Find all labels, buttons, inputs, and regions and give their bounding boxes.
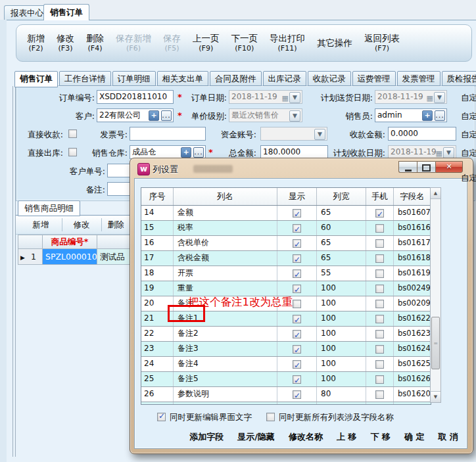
- mobile-checkbox[interactable]: [375, 375, 384, 384]
- mobile-checkbox[interactable]: [375, 390, 384, 399]
- dialog-button-3[interactable]: 上 移: [337, 431, 357, 443]
- chevron-down-icon[interactable]: ▼: [434, 92, 445, 103]
- mobile-checkbox[interactable]: [375, 209, 384, 218]
- splitter-line[interactable]: [15, 86, 16, 457]
- scroll-down-button[interactable]: ▼: [431, 391, 440, 402]
- toolbar-button-5[interactable]: 上一页(F9): [190, 32, 222, 55]
- row-selector-cell[interactable]: ▶ 1: [18, 248, 43, 265]
- window-tab-sales-order[interactable]: 销售订单: [43, 4, 89, 20]
- column-row[interactable]: 25 备注5 100 bs01626: [141, 372, 431, 387]
- dialog-button-2[interactable]: 修改名称: [289, 431, 323, 443]
- maximize-button[interactable]: [417, 161, 435, 173]
- column-row[interactable]: 16 含税单价 65 bs01617: [141, 236, 431, 251]
- receipt-amount-input[interactable]: 0.0000: [388, 127, 456, 141]
- order-no-input[interactable]: XSDD201811010: [97, 90, 174, 104]
- mobile-checkbox[interactable]: [375, 239, 384, 248]
- form-tab-1[interactable]: 工作台详情: [59, 71, 111, 86]
- mobile-checkbox[interactable]: [375, 330, 384, 338]
- show-checkbox[interactable]: [293, 330, 301, 338]
- toolbar-button-2[interactable]: 删除(F4): [83, 32, 107, 55]
- show-checkbox[interactable]: [293, 345, 301, 354]
- column-header-2[interactable]: 显示: [277, 188, 317, 205]
- splitter-line[interactable]: [12, 86, 13, 457]
- fund-account-select[interactable]: ▼: [260, 127, 327, 141]
- form-tab-7[interactable]: 运费管理: [352, 71, 396, 86]
- toolbar-button-4[interactable]: 保存(F5): [160, 32, 183, 55]
- mobile-checkbox[interactable]: [375, 269, 384, 278]
- add-warehouse-button[interactable]: +: [181, 147, 191, 158]
- column-row[interactable]: 18 开票 55 bs01619: [141, 266, 431, 281]
- direct-outbound-checkbox[interactable]: [68, 148, 77, 156]
- add-salesman-button[interactable]: +: [422, 110, 433, 121]
- show-checkbox[interactable]: [293, 254, 301, 263]
- show-checkbox[interactable]: [293, 360, 301, 369]
- column-row[interactable]: 22 备注2 100 bs01623: [141, 327, 431, 342]
- column-row[interactable]: 15 税率 60 bs01616: [141, 221, 431, 236]
- chevron-down-icon[interactable]: ▼: [289, 92, 300, 103]
- mobile-checkbox[interactable]: [375, 315, 384, 323]
- show-checkbox[interactable]: [293, 209, 301, 218]
- column-header-5[interactable]: 字段名: [394, 188, 431, 205]
- plan-delivery-date-input[interactable]: 2018-11-19 ▦ ▼: [375, 90, 447, 104]
- toolbar-button-9[interactable]: 返回列表(F7): [362, 32, 402, 55]
- update-all-lists-checkbox[interactable]: [266, 413, 275, 421]
- salesman-input[interactable]: admin + ...: [375, 108, 447, 122]
- form-tab-2[interactable]: 订单明细: [112, 71, 156, 86]
- vertical-scrollbar[interactable]: ▲ ≡ ▼: [430, 187, 441, 403]
- show-checkbox[interactable]: [293, 285, 301, 293]
- chevron-down-icon[interactable]: ▼: [443, 147, 454, 158]
- plan-receipt-date-input[interactable]: 2018-11-19 ▦ ▼: [388, 145, 456, 159]
- tab-sales-product-detail[interactable]: 销售商品明细: [18, 200, 80, 216]
- form-tab-5[interactable]: 出库记录: [263, 71, 306, 86]
- mobile-checkbox[interactable]: [375, 300, 384, 308]
- total-amount-input[interactable]: 180.0000: [260, 145, 328, 159]
- detail-add-button[interactable]: 新增: [24, 218, 58, 231]
- customer-input[interactable]: 22有限公司 + ...: [97, 108, 174, 122]
- browse-salesman-button[interactable]: ...: [435, 110, 445, 121]
- column-header-1[interactable]: 列名: [174, 188, 277, 205]
- column-row[interactable]: 17 含税金额 65 bs01618: [141, 251, 431, 266]
- mobile-checkbox[interactable]: [375, 285, 384, 293]
- show-checkbox[interactable]: [293, 315, 301, 323]
- dialog-button-1[interactable]: 显示/隐藏: [237, 431, 275, 443]
- column-row[interactable]: 24 备注4 100 bs01625: [141, 357, 431, 372]
- form-tab-4[interactable]: 合同及附件: [210, 71, 262, 86]
- browse-customer-button[interactable]: ...: [161, 110, 172, 121]
- show-checkbox[interactable]: [293, 390, 301, 399]
- form-tab-0[interactable]: 销售订单: [14, 71, 58, 87]
- show-checkbox[interactable]: [293, 224, 301, 233]
- dialog-button-4[interactable]: 下 移: [370, 431, 391, 443]
- direct-receipt-checkbox[interactable]: [68, 129, 77, 138]
- form-tab-6[interactable]: 收款记录: [308, 71, 351, 86]
- detail-edit-button[interactable]: 修改: [64, 218, 99, 231]
- toolbar-button-3[interactable]: 保存新增(F6): [113, 32, 154, 55]
- chevron-down-icon[interactable]: ▼: [289, 110, 300, 122]
- order-date-input[interactable]: 2018-11-19 ▦ ▼: [229, 90, 302, 104]
- minimize-button[interactable]: [398, 161, 417, 173]
- close-button[interactable]: ✕: [435, 161, 463, 173]
- invoice-no-input[interactable]: [130, 127, 206, 141]
- column-header-3[interactable]: 列宽: [317, 188, 366, 205]
- form-tab-8[interactable]: 发票管理: [397, 71, 440, 86]
- dialog-button-6[interactable]: 取 消: [438, 431, 458, 443]
- product-code-cell[interactable]: SPZL000010: [43, 248, 97, 265]
- mobile-checkbox[interactable]: [375, 254, 384, 263]
- browse-warehouse-button[interactable]: ...: [193, 147, 204, 158]
- column-row[interactable]: 27 颜色 100 bs00024: [141, 402, 431, 404]
- column-header-0[interactable]: 序号: [141, 188, 174, 205]
- price-level-select[interactable]: 最近次销售价 ▼: [229, 108, 302, 122]
- toolbar-button-8[interactable]: 其它操作: [314, 37, 355, 49]
- column-row[interactable]: 14 金额 65 bs01607: [141, 206, 431, 221]
- dialog-button-0[interactable]: 添加字段: [189, 431, 224, 443]
- column-row[interactable]: 26 参数说明 80 bs01620: [141, 387, 431, 402]
- mobile-checkbox[interactable]: [375, 360, 384, 369]
- column-row[interactable]: 19 重量 100 bs00249: [141, 281, 431, 296]
- show-checkbox[interactable]: [293, 375, 301, 384]
- show-checkbox[interactable]: [293, 239, 301, 248]
- chevron-down-icon[interactable]: ▼: [314, 129, 325, 140]
- detail-delete-button[interactable]: 删除: [99, 218, 133, 231]
- grid-header-product-code[interactable]: 商品编号*: [43, 235, 97, 249]
- toolbar-button-0[interactable]: 新增(F2): [24, 32, 47, 55]
- column-row[interactable]: 23 备注3 100 bs01624: [141, 342, 431, 357]
- warehouse-input[interactable]: 成品仓 + ...: [130, 145, 206, 159]
